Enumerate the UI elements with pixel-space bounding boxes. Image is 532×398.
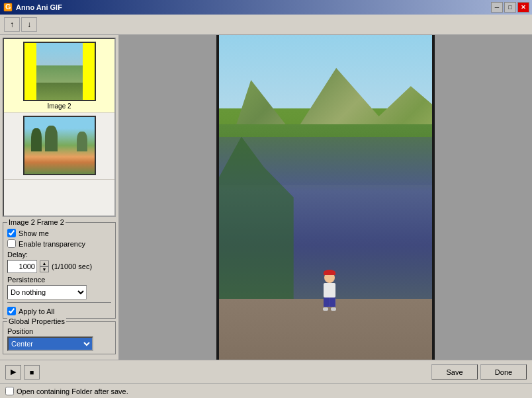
- frame-1-label: Image 2: [47, 102, 71, 110]
- properties-panel: Image 2 Frame 2 Show me Enable transpare…: [0, 217, 118, 360]
- move-down-button[interactable]: ↓: [21, 17, 37, 32]
- play-button[interactable]: ▶: [5, 365, 21, 379]
- footer-bar: Open containing Folder after save.: [0, 383, 532, 398]
- persistence-select[interactable]: Do nothing Show previous Restore backgro…: [7, 285, 87, 299]
- stop-icon: ■: [30, 368, 34, 376]
- done-label: Done: [495, 368, 512, 376]
- global-properties-title: Global Properties: [7, 317, 66, 325]
- img-content-1: [36, 43, 83, 100]
- content-area: Image 2: [0, 35, 532, 360]
- child-figure: [323, 272, 336, 311]
- toolbar: ↑ ↓: [0, 15, 532, 35]
- position-select[interactable]: Center Top Left Top Right Bottom Left Bo…: [7, 337, 93, 351]
- left-panel: Image 2: [0, 35, 119, 360]
- close-button[interactable]: ✕: [517, 2, 529, 13]
- minimize-button[interactable]: ─: [491, 2, 503, 13]
- transparency-row: Enable transparency: [7, 239, 111, 248]
- show-me-row: Show me: [7, 229, 111, 237]
- window-body: ↑ ↓: [0, 15, 532, 398]
- save-label: Save: [446, 368, 463, 376]
- save-button[interactable]: Save: [431, 364, 478, 379]
- apply-to-all-checkbox[interactable]: [7, 307, 16, 315]
- app-icon: G: [3, 2, 13, 13]
- frame-item-2[interactable]: [4, 113, 114, 180]
- position-label: Position: [7, 327, 111, 335]
- frame-properties-group: Image 2 Frame 2 Show me Enable transpare…: [3, 222, 116, 319]
- title-bar: G Anno Ani GIF ─ □ ✕: [0, 0, 532, 15]
- show-me-label[interactable]: Show me: [19, 229, 49, 237]
- delay-input[interactable]: [7, 260, 37, 273]
- apply-to-all-label[interactable]: Apply to All: [19, 307, 54, 315]
- apply-to-all-row: Apply to All: [7, 307, 111, 315]
- show-me-checkbox[interactable]: [7, 229, 16, 237]
- frame-thumb-1: [23, 42, 96, 101]
- enable-transparency-label[interactable]: Enable transparency: [19, 240, 85, 248]
- enable-transparency-checkbox[interactable]: [7, 239, 16, 248]
- global-properties-group: Global Properties Position Center Top Le…: [3, 321, 116, 354]
- photo-background: [219, 35, 432, 360]
- preview-image: [216, 35, 435, 360]
- window-controls: ─ □ ✕: [491, 2, 529, 13]
- yellow-bar-right: [83, 43, 95, 100]
- frame-item-1[interactable]: Image 2: [4, 39, 114, 113]
- open-folder-label[interactable]: Open containing Folder after save.: [17, 387, 128, 395]
- open-folder-row: Open containing Folder after save.: [5, 387, 128, 395]
- bottom-bar: ▶ ■ Save Done: [0, 360, 532, 383]
- svg-text:G: G: [5, 3, 11, 11]
- delay-spinner: ▲ ▼: [40, 260, 49, 272]
- divider: [7, 302, 111, 303]
- done-button[interactable]: Done: [480, 364, 527, 379]
- yellow-bar-left: [24, 43, 36, 100]
- window-title: Anno Ani GIF: [16, 3, 62, 11]
- delay-label: Delay:: [7, 251, 111, 259]
- frame-thumb-inner-1: [24, 43, 95, 100]
- play-icon: ▶: [11, 368, 16, 376]
- spin-down-button[interactable]: ▼: [40, 266, 49, 272]
- open-folder-checkbox[interactable]: [5, 387, 14, 395]
- delay-row: ▲ ▼ (1/1000 sec): [7, 260, 111, 273]
- frame-list[interactable]: Image 2: [3, 38, 116, 217]
- frame-thumb-inner-2: [24, 117, 95, 174]
- frame-properties-title: Image 2 Frame 2: [7, 218, 66, 226]
- preview-area: [119, 35, 532, 360]
- frame-thumb-2: [23, 116, 96, 175]
- maximize-button[interactable]: □: [504, 2, 516, 13]
- move-up-button[interactable]: ↑: [4, 17, 20, 32]
- persistence-label: Persistence: [7, 276, 111, 284]
- stop-button[interactable]: ■: [24, 365, 40, 379]
- up-arrow-icon: ↑: [10, 20, 14, 29]
- spin-up-button[interactable]: ▲: [40, 260, 49, 266]
- down-arrow-icon: ↓: [27, 20, 31, 29]
- delay-unit-label: (1/1000 sec): [52, 262, 92, 270]
